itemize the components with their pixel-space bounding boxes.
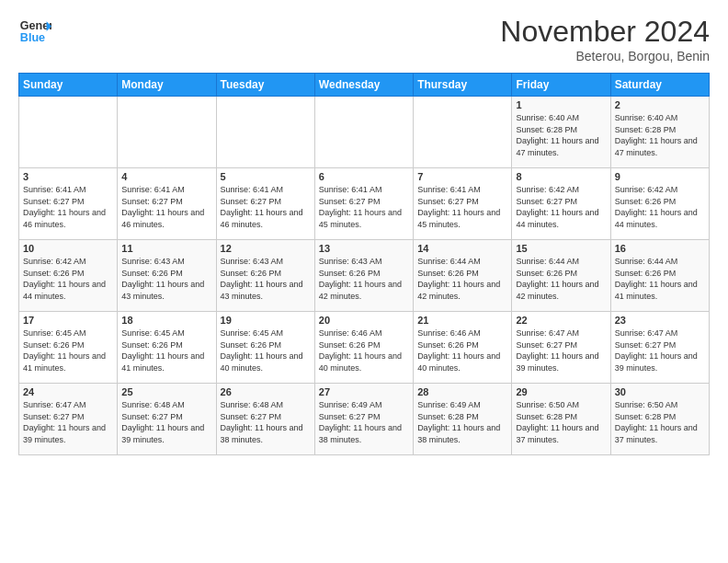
day-number: 1 (516, 99, 606, 110)
week-row-2: 3Sunrise: 6:41 AM Sunset: 6:27 PM Daylig… (19, 168, 710, 240)
day-cell (314, 97, 413, 168)
day-info: Sunrise: 6:41 AM Sunset: 6:27 PM Dayligh… (319, 184, 409, 230)
day-number: 21 (417, 315, 507, 326)
calendar-table: SundayMondayTuesdayWednesdayThursdayFrid… (18, 73, 710, 455)
day-cell: 28Sunrise: 6:49 AM Sunset: 6:28 PM Dayli… (414, 384, 512, 455)
day-number: 9 (615, 171, 705, 182)
day-info: Sunrise: 6:47 AM Sunset: 6:27 PM Dayligh… (615, 327, 705, 373)
day-cell: 4Sunrise: 6:41 AM Sunset: 6:27 PM Daylig… (118, 168, 216, 240)
weekday-header-thursday: Thursday (414, 74, 512, 97)
day-info: Sunrise: 6:48 AM Sunset: 6:27 PM Dayligh… (221, 399, 311, 445)
day-cell: 1Sunrise: 6:40 AM Sunset: 6:28 PM Daylig… (512, 97, 610, 168)
weekday-header-monday: Monday (118, 74, 216, 97)
day-number: 7 (417, 171, 507, 182)
day-number: 19 (221, 315, 311, 326)
month-title: November 2024 (500, 15, 710, 49)
day-number: 5 (221, 171, 311, 182)
day-number: 13 (319, 243, 409, 254)
day-info: Sunrise: 6:46 AM Sunset: 6:26 PM Dayligh… (417, 327, 507, 373)
day-number: 29 (516, 386, 606, 397)
svg-text:Blue: Blue (20, 31, 45, 44)
day-info: Sunrise: 6:46 AM Sunset: 6:26 PM Dayligh… (319, 327, 409, 373)
day-cell: 21Sunrise: 6:46 AM Sunset: 6:26 PM Dayli… (414, 312, 512, 384)
day-number: 22 (516, 315, 606, 326)
day-cell: 12Sunrise: 6:43 AM Sunset: 6:26 PM Dayli… (216, 240, 314, 312)
week-row-4: 17Sunrise: 6:45 AM Sunset: 6:26 PM Dayli… (19, 312, 710, 384)
day-number: 27 (319, 386, 409, 397)
day-number: 25 (121, 386, 211, 397)
day-info: Sunrise: 6:43 AM Sunset: 6:26 PM Dayligh… (121, 256, 211, 302)
day-number: 4 (121, 171, 211, 182)
day-cell: 8Sunrise: 6:42 AM Sunset: 6:27 PM Daylig… (512, 168, 610, 240)
day-info: Sunrise: 6:40 AM Sunset: 6:28 PM Dayligh… (615, 112, 705, 158)
day-number: 12 (221, 243, 311, 254)
title-block: November 2024 Beterou, Borgou, Benin (500, 15, 710, 63)
day-number: 28 (417, 386, 507, 397)
day-number: 20 (319, 315, 409, 326)
day-cell: 16Sunrise: 6:44 AM Sunset: 6:26 PM Dayli… (610, 240, 709, 312)
weekday-row: SundayMondayTuesdayWednesdayThursdayFrid… (19, 74, 710, 97)
day-info: Sunrise: 6:41 AM Sunset: 6:27 PM Dayligh… (417, 184, 507, 230)
day-cell: 10Sunrise: 6:42 AM Sunset: 6:26 PM Dayli… (19, 240, 118, 312)
location: Beterou, Borgou, Benin (500, 49, 710, 63)
day-info: Sunrise: 6:44 AM Sunset: 6:26 PM Dayligh… (516, 256, 606, 302)
day-cell: 14Sunrise: 6:44 AM Sunset: 6:26 PM Dayli… (414, 240, 512, 312)
day-info: Sunrise: 6:41 AM Sunset: 6:27 PM Dayligh… (221, 184, 311, 230)
day-cell: 25Sunrise: 6:48 AM Sunset: 6:27 PM Dayli… (118, 384, 216, 455)
weekday-header-friday: Friday (512, 74, 610, 97)
day-info: Sunrise: 6:44 AM Sunset: 6:26 PM Dayligh… (417, 256, 507, 302)
weekday-header-sunday: Sunday (19, 74, 118, 97)
day-cell: 7Sunrise: 6:41 AM Sunset: 6:27 PM Daylig… (414, 168, 512, 240)
day-number: 11 (121, 243, 211, 254)
day-info: Sunrise: 6:41 AM Sunset: 6:27 PM Dayligh… (121, 184, 211, 230)
day-number: 2 (615, 99, 705, 110)
day-number: 23 (615, 315, 705, 326)
day-cell (19, 97, 118, 168)
weekday-header-wednesday: Wednesday (314, 74, 413, 97)
day-info: Sunrise: 6:50 AM Sunset: 6:28 PM Dayligh… (516, 399, 606, 445)
week-row-1: 1Sunrise: 6:40 AM Sunset: 6:28 PM Daylig… (19, 97, 710, 168)
day-info: Sunrise: 6:47 AM Sunset: 6:27 PM Dayligh… (516, 327, 606, 373)
day-info: Sunrise: 6:50 AM Sunset: 6:28 PM Dayligh… (615, 399, 705, 445)
day-info: Sunrise: 6:42 AM Sunset: 6:26 PM Dayligh… (23, 256, 113, 302)
day-info: Sunrise: 6:49 AM Sunset: 6:27 PM Dayligh… (319, 399, 409, 445)
day-info: Sunrise: 6:49 AM Sunset: 6:28 PM Dayligh… (417, 399, 507, 445)
day-cell: 23Sunrise: 6:47 AM Sunset: 6:27 PM Dayli… (610, 312, 709, 384)
day-cell (216, 97, 314, 168)
day-info: Sunrise: 6:44 AM Sunset: 6:26 PM Dayligh… (615, 256, 705, 302)
day-number: 26 (221, 386, 311, 397)
day-number: 6 (319, 171, 409, 182)
day-info: Sunrise: 6:45 AM Sunset: 6:26 PM Dayligh… (121, 327, 211, 373)
day-cell: 9Sunrise: 6:42 AM Sunset: 6:26 PM Daylig… (610, 168, 709, 240)
day-number: 24 (23, 386, 113, 397)
day-cell: 2Sunrise: 6:40 AM Sunset: 6:28 PM Daylig… (610, 97, 709, 168)
calendar-header: SundayMondayTuesdayWednesdayThursdayFrid… (19, 74, 710, 97)
day-info: Sunrise: 6:47 AM Sunset: 6:27 PM Dayligh… (23, 399, 113, 445)
day-info: Sunrise: 6:43 AM Sunset: 6:26 PM Dayligh… (221, 256, 311, 302)
day-number: 3 (23, 171, 113, 182)
day-info: Sunrise: 6:45 AM Sunset: 6:26 PM Dayligh… (23, 327, 113, 373)
day-cell: 26Sunrise: 6:48 AM Sunset: 6:27 PM Dayli… (216, 384, 314, 455)
day-cell: 11Sunrise: 6:43 AM Sunset: 6:26 PM Dayli… (118, 240, 216, 312)
day-cell (118, 97, 216, 168)
day-number: 16 (615, 243, 705, 254)
day-number: 18 (121, 315, 211, 326)
day-cell: 18Sunrise: 6:45 AM Sunset: 6:26 PM Dayli… (118, 312, 216, 384)
day-number: 14 (417, 243, 507, 254)
logo-icon: General Blue (18, 15, 51, 48)
day-number: 10 (23, 243, 113, 254)
day-cell (414, 97, 512, 168)
logo: General Blue (18, 15, 51, 48)
day-cell: 6Sunrise: 6:41 AM Sunset: 6:27 PM Daylig… (314, 168, 413, 240)
day-cell: 30Sunrise: 6:50 AM Sunset: 6:28 PM Dayli… (610, 384, 709, 455)
day-cell: 3Sunrise: 6:41 AM Sunset: 6:27 PM Daylig… (19, 168, 118, 240)
day-cell: 22Sunrise: 6:47 AM Sunset: 6:27 PM Dayli… (512, 312, 610, 384)
day-info: Sunrise: 6:48 AM Sunset: 6:27 PM Dayligh… (121, 399, 211, 445)
day-number: 30 (615, 386, 705, 397)
day-number: 8 (516, 171, 606, 182)
day-number: 17 (23, 315, 113, 326)
weekday-header-saturday: Saturday (610, 74, 709, 97)
day-info: Sunrise: 6:40 AM Sunset: 6:28 PM Dayligh… (516, 112, 606, 158)
day-cell: 17Sunrise: 6:45 AM Sunset: 6:26 PM Dayli… (19, 312, 118, 384)
day-cell: 13Sunrise: 6:43 AM Sunset: 6:26 PM Dayli… (314, 240, 413, 312)
